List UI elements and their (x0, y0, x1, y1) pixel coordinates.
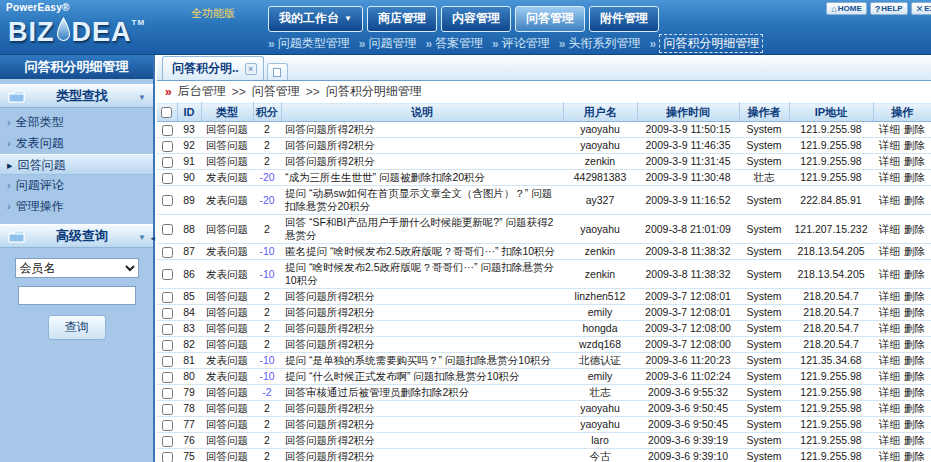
row-checkbox[interactable] (162, 224, 173, 235)
detail-link[interactable]: 详细 (879, 194, 900, 206)
detail-link[interactable]: 详细 (879, 268, 900, 280)
subnav-item[interactable]: » 问题类型管理 (268, 35, 350, 52)
delete-link[interactable]: 删除 (904, 123, 925, 135)
breadcrumb-item[interactable]: 后台管理 (178, 83, 226, 100)
row-checkbox[interactable] (162, 141, 173, 152)
subnav-item[interactable]: » 问题管理 (359, 35, 417, 52)
delete-link[interactable]: 删除 (904, 268, 925, 280)
cell-desc: 回答问题所得2积分 (281, 337, 563, 353)
nav-tab[interactable]: 内容管理 ▼ (441, 6, 511, 32)
query-value-input[interactable] (18, 286, 136, 305)
detail-link[interactable]: 详细 (879, 245, 900, 257)
detail-link[interactable]: 详细 (879, 290, 900, 302)
search-button[interactable]: 查询 (48, 315, 106, 340)
type-search-panel-header[interactable]: 类型查找 ▼ (0, 84, 153, 108)
panel-collapse-arrow-icon[interactable]: ▼ (138, 93, 146, 102)
window-button[interactable]: ✕ EXIT (911, 2, 931, 15)
detail-link[interactable]: 详细 (879, 402, 900, 414)
cell-type: 发表问题 (201, 353, 253, 369)
cell-actions: 详细删除 (873, 138, 931, 154)
delete-link[interactable]: 删除 (904, 418, 925, 430)
delete-link[interactable]: 删除 (904, 434, 925, 446)
row-checkbox[interactable] (162, 324, 173, 335)
detail-link[interactable]: 详细 (879, 171, 900, 183)
subnav-item[interactable]: » 答案管理 (425, 35, 483, 52)
detail-link[interactable]: 详细 (879, 354, 900, 366)
row-checkbox[interactable] (162, 247, 173, 258)
delete-link[interactable]: 删除 (904, 223, 925, 235)
row-checkbox[interactable] (162, 269, 173, 280)
nav-tab[interactable]: 我的工作台 ▼ (268, 6, 363, 32)
delete-link[interactable]: 删除 (904, 306, 925, 318)
delete-link[interactable]: 删除 (904, 354, 925, 366)
row-checkbox[interactable] (162, 125, 173, 136)
detail-link[interactable]: 详细 (879, 223, 900, 235)
delete-link[interactable]: 删除 (904, 194, 925, 206)
cell-score: 2 (253, 122, 281, 138)
subnav-item[interactable]: » 问答积分明细管理 (649, 34, 763, 53)
delete-link[interactable]: 删除 (904, 386, 925, 398)
delete-link[interactable]: 删除 (904, 450, 925, 462)
window-button[interactable]: ? HELP (870, 2, 908, 15)
delete-link[interactable]: 删除 (904, 338, 925, 350)
row-checkbox[interactable] (162, 452, 173, 462)
column-header: 操作时间 (637, 103, 739, 122)
document-tab[interactable]: 问答积分明.. × (162, 56, 264, 80)
row-checkbox[interactable] (162, 388, 173, 399)
detail-link[interactable]: 详细 (879, 370, 900, 382)
select-all-checkbox[interactable] (161, 107, 172, 118)
delete-link[interactable]: 删除 (904, 139, 925, 151)
delete-link[interactable]: 删除 (904, 322, 925, 334)
sidebar-filter-item[interactable]: › 发表问题 (0, 133, 153, 154)
subnav-item[interactable]: » 头衔系列管理 (559, 35, 641, 52)
cell-desc: 提问 “动易sw如何在首页显示文章全文（含图片）？” 问题扣除悬赏分20积分 (281, 186, 563, 215)
row-checkbox[interactable] (162, 157, 173, 168)
subnav-item[interactable]: » 评论管理 (492, 35, 550, 52)
table-header-row: ID类型积分说明用户名操作时间操作者IP地址操作 (157, 103, 931, 122)
sidebar-filter-item[interactable]: › 全部类型 (0, 112, 153, 133)
detail-link[interactable]: 详细 (879, 434, 900, 446)
cell-desc: 回答 “SF和BI产品用户手册什么时候能更新呢?” 问题获得2悬赏分 (281, 215, 563, 244)
row-checkbox[interactable] (162, 404, 173, 415)
row-checkbox[interactable] (162, 436, 173, 447)
detail-link[interactable]: 详细 (879, 450, 900, 462)
delete-link[interactable]: 删除 (904, 290, 925, 302)
row-checkbox[interactable] (162, 195, 173, 206)
sidebar-collapse-handle[interactable]: ◂ (150, 233, 155, 243)
new-tab-button[interactable] (267, 63, 288, 80)
row-checkbox[interactable] (162, 356, 173, 367)
detail-link[interactable]: 详细 (879, 123, 900, 135)
row-checkbox[interactable] (162, 308, 173, 319)
window-button[interactable]: ⌂ HOME (826, 2, 866, 15)
sidebar-filter-item[interactable]: › 管理操作 (0, 196, 153, 217)
detail-link[interactable]: 详细 (879, 155, 900, 167)
panel-collapse-arrow-icon[interactable]: ▼ (138, 233, 146, 242)
delete-link[interactable]: 删除 (904, 245, 925, 257)
detail-link[interactable]: 详细 (879, 306, 900, 318)
sidebar-filter-item[interactable]: › 问题评论 (0, 175, 153, 196)
delete-link[interactable]: 删除 (904, 370, 925, 382)
row-checkbox[interactable] (162, 372, 173, 383)
detail-link[interactable]: 详细 (879, 386, 900, 398)
sidebar-filter-item[interactable]: ▸ 回答问题 (0, 154, 153, 175)
detail-link[interactable]: 详细 (879, 139, 900, 151)
delete-link[interactable]: 删除 (904, 155, 925, 167)
row-checkbox[interactable] (162, 173, 173, 184)
nav-tab[interactable]: 附件管理 ▼ (589, 6, 659, 32)
advanced-query-panel-header[interactable]: 高级查询 ▼ (0, 224, 153, 248)
row-checkbox[interactable] (162, 340, 173, 351)
detail-link[interactable]: 详细 (879, 338, 900, 350)
delete-link[interactable]: 删除 (904, 171, 925, 183)
row-checkbox[interactable] (162, 420, 173, 431)
detail-link[interactable]: 详细 (879, 322, 900, 334)
breadcrumb-item[interactable]: 问答积分明细管理 (326, 83, 422, 100)
query-field-select[interactable]: 会员名 (15, 258, 139, 278)
row-checkbox[interactable] (162, 292, 173, 303)
cell-actions: 详细删除 (873, 337, 931, 353)
breadcrumb-item[interactable]: 问答管理 (252, 83, 300, 100)
nav-tab[interactable]: 问答管理 ▼ (515, 6, 585, 32)
detail-link[interactable]: 详细 (879, 418, 900, 430)
delete-link[interactable]: 删除 (904, 402, 925, 414)
nav-tab[interactable]: 商店管理 ▼ (367, 6, 437, 32)
tab-close-icon[interactable]: × (245, 63, 257, 75)
